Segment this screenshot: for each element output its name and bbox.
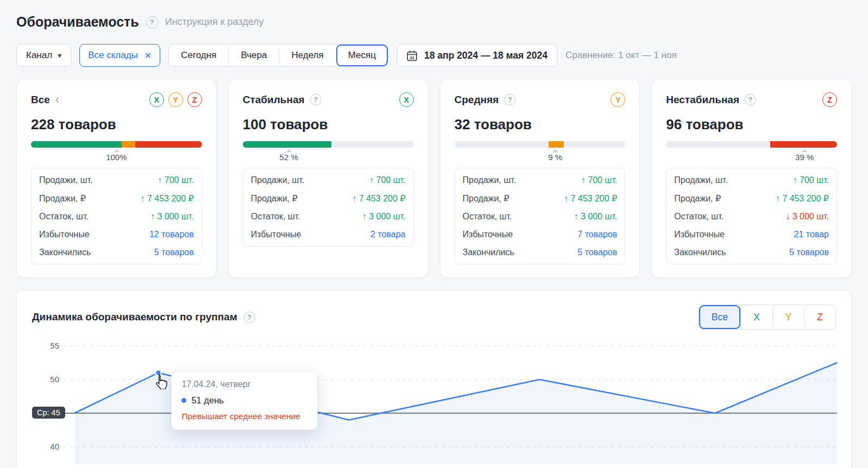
help-icon[interactable]: ? (310, 94, 322, 105)
tooltip-value: 51 день (181, 395, 307, 406)
group-tab-all[interactable]: Все (699, 305, 740, 329)
card-title: Все (31, 94, 50, 106)
group-toggle: Все X Y Z (699, 305, 836, 330)
stat-link[interactable]: 5 товаров (577, 248, 617, 257)
stat-row: Избыточные12 товаров (39, 225, 194, 243)
chevron-left-icon[interactable]: ‹ (55, 94, 59, 106)
card-count: 100 товаров (243, 116, 414, 133)
stat-row: Остаток, шт.↑ 3 000 шт. (251, 207, 406, 225)
stat-row: Закончились5 товаров (39, 243, 194, 261)
stat-label: Закончились (39, 248, 91, 257)
stat-label: Остаток, шт. (39, 212, 89, 222)
card-medium: Средняя ? Y 32 товаров 9 % Продажи, шт.↑… (440, 79, 640, 278)
stat-row: Закончились5 товаров (463, 243, 618, 261)
stat-row: Избыточные7 товаров (463, 225, 618, 243)
warehouses-chip-label: Все склады (88, 50, 138, 61)
stat-link[interactable]: 12 товаров (149, 230, 194, 239)
badge-y[interactable]: Y (611, 92, 625, 107)
stat-row: Продажи, ₽↑ 7 453 200 ₽ (251, 189, 406, 207)
card-stable: Стабильная ? X 100 товаров 52 % Продажи,… (228, 79, 429, 278)
date-range-value: 18 апр 2024 — 18 мая 2024 (424, 50, 548, 61)
chart-card: Динамика оборачиваемости по группам ? Вс… (16, 290, 852, 468)
badge-z[interactable]: Z (187, 92, 202, 107)
tooltip-note: Превышает среднее значение (181, 412, 307, 421)
stat-label: Остаток, шт. (463, 212, 512, 222)
stat-row: Продажи, шт.↑ 700 шт. (674, 171, 829, 189)
badge-x[interactable]: X (149, 92, 164, 107)
stat-label: Продажи, ₽ (39, 193, 86, 204)
summary-cards: Все ‹ X Y Z 228 товаров 100% Продажи, шт… (16, 79, 852, 278)
warehouses-filter-chip[interactable]: Все склады ✕ (79, 44, 160, 67)
period-tab-week[interactable]: Неделя (279, 45, 335, 66)
period-tab-yesterday[interactable]: Вчера (228, 45, 279, 66)
help-icon[interactable]: ? (244, 312, 255, 323)
caret-up-icon (114, 149, 119, 152)
turnover-line-chart[interactable]: 555040 (32, 338, 837, 464)
stat-label: Закончились (674, 248, 726, 257)
instruction-link[interactable]: Инструкция к разделу (165, 16, 264, 28)
progress-bar (31, 141, 202, 148)
help-icon[interactable]: ? (146, 16, 158, 28)
stat-link[interactable]: 21 товар (794, 230, 829, 239)
card-count: 32 товаров (455, 116, 626, 133)
stat-value: ↑ 7 453 200 ₽ (352, 193, 405, 204)
card-count: 96 товаров (666, 116, 837, 133)
stat-label: Избыточные (39, 230, 90, 239)
stat-row: Продажи, ₽↑ 7 453 200 ₽ (674, 189, 829, 207)
bar-percent: 100% (106, 149, 127, 162)
stat-link[interactable]: 7 товаров (577, 230, 617, 239)
comparison-label: Сравнение: 1 окт — 1 ноя (565, 50, 677, 61)
stat-link[interactable]: 5 товаров (154, 248, 194, 257)
stat-row: Остаток, шт.↑ 3 000 шт. (39, 207, 194, 225)
caret-up-icon (286, 149, 292, 152)
bar-percent: 39 % (795, 149, 814, 162)
caret-up-icon (802, 149, 807, 152)
stat-value: ↑ 3 000 шт. (362, 212, 406, 222)
period-tab-month[interactable]: Месяц (336, 45, 388, 66)
card-title: Средняя (455, 94, 499, 106)
card-count: 228 товаров (31, 116, 202, 133)
stat-value: ↑ 7 453 200 ₽ (140, 193, 193, 204)
svg-text:40: 40 (50, 442, 59, 451)
bar-percent: 9 % (548, 149, 562, 162)
svg-text:50: 50 (50, 375, 59, 384)
stat-link[interactable]: 5 товаров (789, 248, 829, 257)
progress-bar (455, 141, 626, 148)
stats-box: Продажи, шт.↑ 700 шт. Продажи, ₽↑ 7 453 … (455, 168, 626, 264)
help-icon[interactable]: ? (745, 94, 756, 105)
stat-value: ↑ 3 000 шт. (574, 212, 617, 222)
period-tab-today[interactable]: Сегодня (169, 45, 228, 66)
stat-link[interactable]: 2 товара (370, 230, 405, 239)
group-tab-x[interactable]: X (740, 305, 772, 329)
card-unstable: Нестабильная ? Z 96 товаров 39 % Продажи… (651, 79, 852, 278)
stat-value: ↑ 3 000 шт. (150, 212, 194, 222)
stat-row: Продажи, шт.↑ 700 шт. (39, 171, 194, 189)
channel-dropdown[interactable]: Канал ▾ (16, 44, 71, 67)
stat-label: Остаток, шт. (251, 212, 300, 222)
svg-text:55: 55 (50, 341, 59, 350)
stat-value: ↑ 700 шт. (158, 175, 193, 185)
stat-label: Продажи, ₽ (251, 193, 298, 204)
stat-label: Закончились (463, 248, 514, 257)
stat-row: Продажи, ₽↑ 7 453 200 ₽ (39, 189, 194, 207)
stat-label: Продажи, шт. (39, 175, 93, 185)
badge-y[interactable]: Y (168, 92, 183, 107)
badge-z[interactable]: Z (822, 92, 837, 107)
date-range-picker[interactable]: 31 18 апр 2024 — 18 мая 2024 (397, 44, 557, 67)
stat-label: Избыточные (463, 230, 513, 239)
chevron-down-icon: ▾ (58, 51, 61, 60)
close-icon[interactable]: ✕ (144, 50, 152, 61)
progress-bar (243, 141, 414, 148)
group-tab-y[interactable]: Y (772, 305, 804, 329)
stat-row: Продажи, ₽↑ 7 453 200 ₽ (463, 189, 618, 207)
help-icon[interactable]: ? (504, 94, 515, 105)
badge-x[interactable]: X (399, 92, 414, 107)
chart-area: 555040 Ср: 45 17.04.24, четверг 51 день … (32, 338, 836, 466)
stat-label: Продажи, шт. (674, 175, 728, 185)
stats-box: Продажи, шт.↑ 700 шт. Продажи, ₽↑ 7 453 … (666, 168, 837, 264)
average-label-chip: Ср: 45 (32, 407, 65, 419)
stat-row: Продажи, шт.↑ 700 шт. (251, 171, 406, 189)
stat-value: ↑ 700 шт. (793, 175, 829, 185)
group-tab-z[interactable]: Z (804, 305, 835, 329)
card-title: Стабильная (243, 94, 305, 106)
